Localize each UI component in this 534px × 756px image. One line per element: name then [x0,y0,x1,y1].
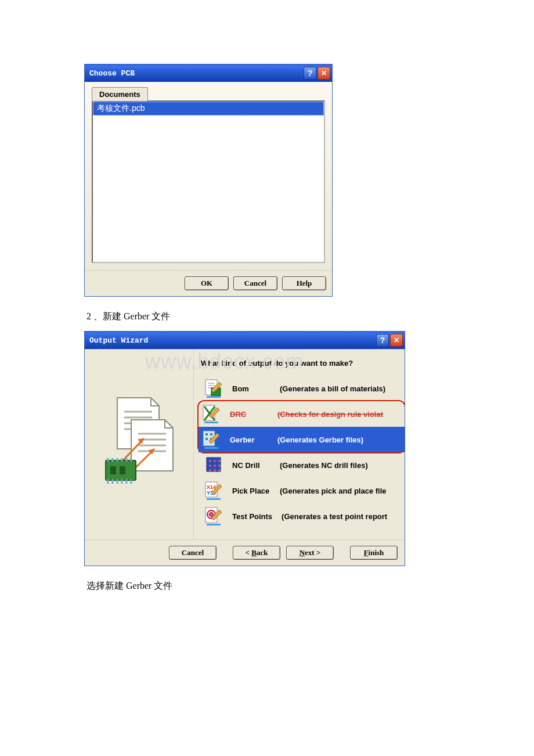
option-pick-place[interactable]: X14Y30 Pick Place (Generates pick and pl… [201,478,403,503]
output-wizard-dialog: Output Wizard ? ✕ [84,331,405,566]
option-nc-drill[interactable]: NC Drill (Generates NC drill files) [201,452,403,478]
finish-label: F [364,548,369,557]
dialog-title: Output Wizard [89,336,148,345]
option-label: NC Drill [232,461,270,470]
svg-point-48 [209,469,211,471]
wizard-question: What kind of output do you want to make? [201,359,403,368]
test-points-icon [204,506,223,526]
cancel-button[interactable]: Cancel [233,276,277,290]
titlebar: Output Wizard ? ✕ [85,332,405,349]
button-row: Cancel < Back Next > Finish [85,539,405,566]
option-label: Pick Place [232,487,270,495]
close-icon[interactable]: ✕ [390,334,403,347]
help-icon[interactable]: ? [304,67,316,80]
dialog-title: Choose PCB [89,69,135,78]
option-label: Test Points [232,512,272,521]
svg-rect-34 [204,422,218,423]
option-desc: (Generates NC drill files) [280,461,368,470]
wizard-graphic-pane [85,350,194,539]
svg-point-50 [218,469,221,471]
wizard-graphic-icon [99,395,180,488]
help-icon[interactable]: ? [376,334,389,347]
finish-button[interactable]: Finish [350,546,398,560]
svg-rect-37 [210,433,212,435]
option-bom[interactable]: Bom (Generates a bill of materials) [201,376,403,401]
svg-rect-60 [207,524,221,525]
option-desc: (Generates a test point report [282,512,387,521]
svg-rect-14 [120,466,125,474]
svg-point-43 [214,460,216,462]
option-desc: (Checks for design rule violat [277,410,383,419]
finish-label-rest: inish [369,548,384,557]
nc-drill-icon [204,455,223,475]
svg-rect-38 [205,438,208,440]
svg-rect-32 [207,396,221,398]
option-gerber[interactable]: Gerber (Generates Gerber files) [199,427,405,452]
svg-rect-40 [204,447,218,449]
svg-point-45 [209,465,211,467]
svg-point-42 [209,460,211,462]
dialog-body: What kind of output do you want to make?… [85,349,405,539]
svg-point-46 [214,465,216,467]
gerber-icon [202,430,221,449]
titlebar: Choose PCB ? ✕ [85,64,332,82]
highlight-annotation: DRC (Checks for design rule violat Gerbe… [197,400,405,453]
button-row: OK Cancel Help [85,270,332,296]
next-button[interactable]: Next > [286,546,334,560]
step-text-1: 2 、新建 Gerber 文件 [86,311,450,323]
list-item[interactable]: 考核文件.pcb [93,102,324,116]
cancel-button[interactable]: Cancel [169,546,217,560]
option-desc: (Generates pick and place file [280,487,387,495]
help-button[interactable]: Help [282,276,326,290]
svg-point-49 [214,469,216,471]
svg-rect-41 [207,458,221,471]
close-icon[interactable]: ✕ [317,67,330,80]
bom-icon [204,379,223,398]
next-label: N [300,548,305,557]
ok-button[interactable]: OK [185,276,229,290]
option-label: DRC [230,410,268,419]
svg-rect-54 [207,498,221,500]
svg-rect-13 [110,466,116,474]
dialog-body: Documents 考核文件.pcb [85,82,332,270]
choose-pcb-dialog: Choose PCB ? ✕ Documents 考核文件.pcb OK Can… [84,64,333,297]
back-label: B [251,548,257,557]
option-drc[interactable]: DRC (Checks for design rule violat [199,401,405,427]
svg-point-44 [218,460,221,462]
drc-icon [202,404,221,424]
next-label-rest: ext > [305,548,320,557]
back-label-rest: ack [257,548,268,557]
svg-point-47 [218,465,221,467]
option-desc: (Generates Gerber files) [277,435,363,444]
pick-place-icon: X14Y30 [204,481,223,501]
file-listbox[interactable]: 考核文件.pcb [92,100,325,263]
wizard-options-pane: What kind of output do you want to make?… [194,350,405,539]
step-text-2: 选择新建 Gerber 文件 [86,580,450,592]
option-desc: (Generates a bill of materials) [280,384,385,393]
svg-rect-36 [205,433,208,435]
option-label: Bom [232,384,270,393]
back-button[interactable]: < Back [233,546,280,560]
tab-documents[interactable]: Documents [92,87,148,101]
option-label: Gerber [230,435,268,444]
option-test-points[interactable]: Test Points (Generates a test point repo… [201,503,403,529]
